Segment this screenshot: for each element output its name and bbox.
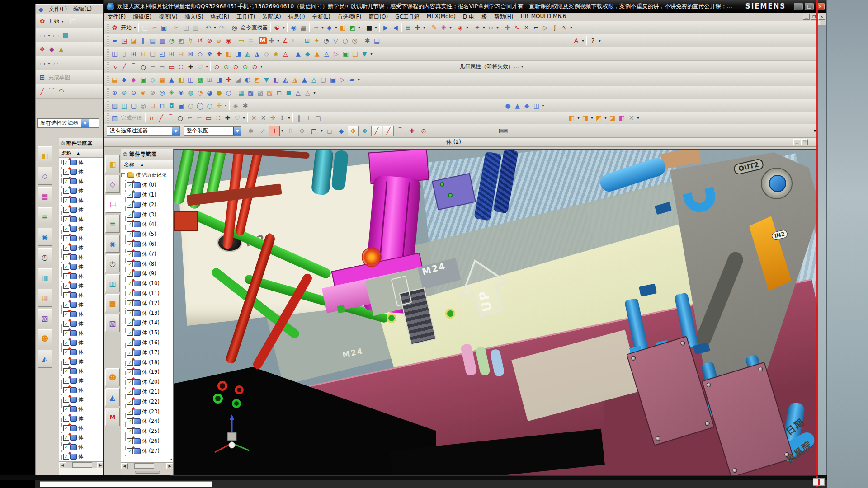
toolbar-icon[interactable]: ▦ xyxy=(110,101,119,110)
toolbar-icon[interactable]: ▭ xyxy=(167,62,176,71)
tree-row[interactable]: ✓体 (10) xyxy=(121,279,173,289)
menu-item[interactable]: 格式(R) xyxy=(207,13,233,21)
toolbar-icon[interactable]: ╱ xyxy=(119,62,129,71)
toolbar-icon[interactable]: ✦ xyxy=(312,36,321,45)
toolbar-icon[interactable]: ◩ xyxy=(252,75,262,84)
toolbar-icon[interactable]: ✿ xyxy=(38,17,47,26)
outer-tree-row[interactable]: ✓体 xyxy=(59,291,104,300)
toolbar-icon[interactable]: ◇ xyxy=(262,49,271,58)
finish-sketch-icon[interactable]: ▥ xyxy=(110,113,119,122)
toolbar-icon[interactable]: ▦ xyxy=(236,88,246,97)
toolbar-icon[interactable]: ◎ xyxy=(157,88,167,97)
toolbar-icon[interactable]: ✕ xyxy=(627,113,636,122)
toolbar-icon[interactable]: ◫ xyxy=(110,49,119,58)
outer-tree-row[interactable]: ✓体 xyxy=(59,319,104,328)
maximize-button[interactable]: □ xyxy=(805,3,814,10)
sort-arrow-icon[interactable]: ▲ xyxy=(141,163,143,167)
outer-tree-row[interactable]: ✓体 xyxy=(59,205,104,215)
toolbar-icon[interactable]: ◩ xyxy=(594,113,604,122)
menu-item[interactable]: 编辑(E) xyxy=(129,13,155,21)
dropdown-arrow-icon[interactable]: ▾ xyxy=(482,26,486,30)
tree-row[interactable]: ✓体 (0) xyxy=(121,180,173,190)
tree-row[interactable]: ✓体 (3) xyxy=(121,210,173,220)
toolbar-icon[interactable]: ✳ xyxy=(439,23,448,32)
dropdown-arrow-icon[interactable]: ▼ xyxy=(233,127,241,135)
toolbar-icon[interactable]: ◭ xyxy=(243,49,252,58)
dropdown-arrow-icon[interactable]: ▾ xyxy=(541,103,545,108)
toolbar-icon[interactable]: ◨ xyxy=(233,49,243,58)
outer-tree-row[interactable]: ✓体 xyxy=(59,395,104,404)
tree-row[interactable]: ✓体 (5) xyxy=(121,230,173,239)
toolbar-icon[interactable]: ⊘ xyxy=(205,36,214,45)
toolbar-icon[interactable]: ○ xyxy=(205,101,214,110)
toolbar-icon[interactable]: ▲ xyxy=(57,45,66,54)
toolbar-icon[interactable]: ✛ xyxy=(268,113,278,122)
outer-tree-row[interactable]: ✓体 xyxy=(59,328,104,338)
toolbar-icon[interactable]: ◨ xyxy=(214,75,224,84)
dropdown-arrow-icon[interactable]: ▼ xyxy=(81,119,89,127)
toolbar-overflow-arrow[interactable]: ▾ xyxy=(814,128,816,133)
toolbar-icon[interactable]: ✕ xyxy=(249,113,259,122)
toolbar-icon[interactable]: ■ xyxy=(364,23,374,32)
toolbar-icon[interactable]: ◮ xyxy=(290,75,300,84)
reuse-library-tab[interactable]: ≣ xyxy=(105,215,120,233)
toolbar-icon[interactable]: ▷ xyxy=(338,75,347,84)
dropdown-arrow-icon[interactable]: ▾ xyxy=(422,26,426,30)
dropdown-arrow-icon[interactable]: ▾ xyxy=(312,91,316,95)
toolbar-icon[interactable]: ▦ xyxy=(157,75,167,84)
dropdown-arrow-icon[interactable]: ▾ xyxy=(47,61,51,66)
toolbar-icon[interactable]: ▲ xyxy=(312,49,322,58)
toolbar-label[interactable]: 开始 xyxy=(47,18,61,25)
outer-tree-row[interactable]: ✓体 xyxy=(59,196,104,205)
selection-bar-icon[interactable]: ⇧ xyxy=(285,126,296,136)
tree-row[interactable]: ✓体 (27) xyxy=(121,446,173,456)
selection-bar-icon[interactable]: ↗ xyxy=(257,126,268,136)
outer-tree-row[interactable]: ✓体 xyxy=(59,177,104,186)
toolbar-icon[interactable]: ▷ xyxy=(331,49,341,58)
tree-row[interactable]: ✓体 (18) xyxy=(121,357,173,367)
menu-item[interactable]: 信息(I) xyxy=(285,13,309,21)
dropdown-arrow-icon[interactable]: ▾ xyxy=(47,33,51,38)
toolbar-icon[interactable]: ◆ xyxy=(47,45,57,54)
scroll-left-icon[interactable]: ◀ xyxy=(59,462,66,468)
toolbar-icon[interactable]: ○ xyxy=(175,113,185,122)
toolbar-icon[interactable]: ⌐ xyxy=(185,113,194,122)
toolbar-icon[interactable]: ⊕ xyxy=(110,88,119,97)
toolbar-icon[interactable]: ▥ xyxy=(157,36,167,45)
toolbar-icon[interactable]: ◩ xyxy=(176,36,186,45)
toolbar-icon[interactable]: ❖ xyxy=(205,49,214,58)
tree-row[interactable]: ✓体 (21) xyxy=(121,387,173,397)
graphics-viewport[interactable]: M24 xyxy=(174,149,818,475)
dropdown-arrow-icon[interactable]: ▾ xyxy=(242,116,246,120)
tree-row[interactable]: ✓体 (14) xyxy=(121,318,173,328)
toolbar-icon[interactable]: ∩ xyxy=(147,113,156,122)
scroll-thumb[interactable] xyxy=(134,463,154,469)
toolbar-icon[interactable]: ◕ xyxy=(205,88,214,97)
toolbar-icon[interactable]: ∥ xyxy=(294,113,304,122)
toolbar-icon[interactable]: ▲ xyxy=(293,49,303,58)
history-tab[interactable]: ◷ xyxy=(105,254,120,272)
toolbar-icon[interactable]: ◠ xyxy=(57,87,66,96)
toolbar-icon[interactable]: ▲ xyxy=(300,75,309,84)
dropdown-arrow-icon[interactable]: ▾ xyxy=(334,26,338,30)
dropdown-arrow-icon[interactable]: ▾ xyxy=(520,65,524,69)
toolbar-icon[interactable]: ✕ xyxy=(522,23,531,32)
collapse-icon[interactable]: − xyxy=(121,173,125,177)
toolbar-icon[interactable]: ⊙ xyxy=(231,62,241,71)
toolbar-icon[interactable]: ◎ xyxy=(350,36,359,45)
toolbar-icon[interactable]: ▭ xyxy=(38,59,47,68)
toolbar-icon[interactable]: ⊙ xyxy=(241,62,250,71)
toolbar-icon[interactable]: ◼ xyxy=(284,88,293,97)
outer-tree-row[interactable]: ✓体 xyxy=(59,300,104,310)
toolbar-icon[interactable]: ⌐ xyxy=(531,23,541,32)
toolbar-icon[interactable]: ⊘ xyxy=(148,88,157,97)
outer-tree-row[interactable]: ✓体 xyxy=(59,262,104,272)
toolbar-icon[interactable]: ✱ xyxy=(363,36,372,45)
menu-item[interactable]: HB_MOULD M6.6 xyxy=(517,13,570,21)
toolbar-icon[interactable]: ▦ xyxy=(148,36,157,45)
toolbar-icon[interactable]: ⌐ xyxy=(194,113,204,122)
toolbar-icon[interactable]: ▣ xyxy=(341,49,350,58)
info-icon[interactable]: ◉ xyxy=(289,23,298,32)
toolbar-icon[interactable]: ≡ xyxy=(246,36,255,45)
selection-bar-icon[interactable]: ╱ xyxy=(383,126,394,136)
